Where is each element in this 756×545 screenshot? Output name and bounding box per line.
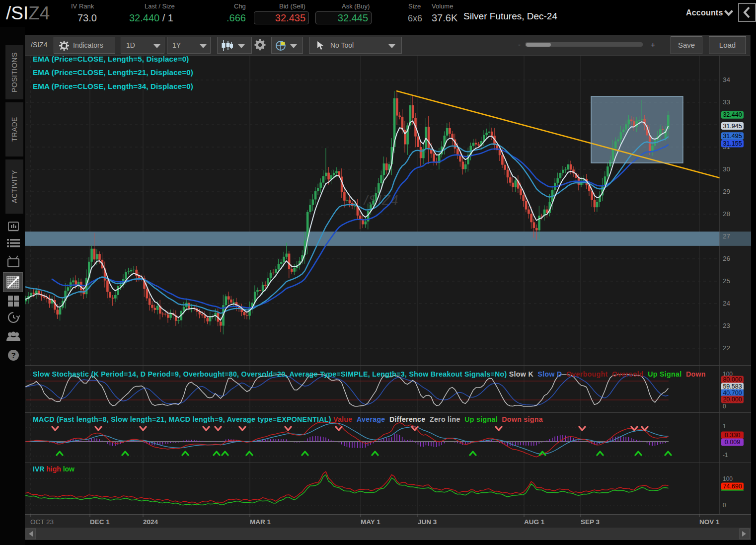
svg-text:80.000: 80.000 xyxy=(723,376,742,383)
svg-text:100: 100 xyxy=(723,475,733,482)
svg-text:MAR 1: MAR 1 xyxy=(250,518,271,526)
svg-text:Slow Stochastic (K Period=14,: Slow Stochastic (K Period=14, D Period=9… xyxy=(33,370,706,378)
svg-text:NOV 1: NOV 1 xyxy=(699,518,720,526)
svg-text:/SIZ4: /SIZ4 xyxy=(363,193,399,208)
svg-text:-1: -1 xyxy=(723,452,728,459)
svg-text:22: 22 xyxy=(723,344,730,352)
svg-text:2024: 2024 xyxy=(143,518,158,526)
svg-text:29: 29 xyxy=(723,188,730,195)
svg-text:40.700: 40.700 xyxy=(723,389,742,396)
svg-text:25: 25 xyxy=(723,277,730,285)
svg-text:0: 0 xyxy=(723,502,726,509)
svg-text:AUG 1: AUG 1 xyxy=(524,518,545,526)
svg-text:34: 34 xyxy=(723,76,731,83)
svg-text:MAY 1: MAY 1 xyxy=(361,518,380,526)
svg-text:0: 0 xyxy=(723,403,726,410)
svg-text:33: 33 xyxy=(723,98,730,106)
svg-text:DEC 1: DEC 1 xyxy=(90,518,110,526)
svg-text:SEP 3: SEP 3 xyxy=(581,518,600,526)
svg-text:24: 24 xyxy=(723,300,731,307)
svg-text:26: 26 xyxy=(723,255,730,262)
svg-text:1: 1 xyxy=(723,423,726,430)
svg-text:0.330: 0.330 xyxy=(725,432,740,439)
svg-text:EMA (Price=CLOSE, Length=21, D: EMA (Price=CLOSE, Length=21, Displace=0) xyxy=(33,68,193,77)
svg-text:EMA (Price=CLOSE, Length=34, D: EMA (Price=CLOSE, Length=34, Displace=0) xyxy=(33,82,193,90)
svg-text:IVR high low: IVR high low xyxy=(33,465,75,473)
svg-text:20.000: 20.000 xyxy=(723,396,742,403)
svg-text:32.440: 32.440 xyxy=(723,111,742,118)
svg-text:31.495: 31.495 xyxy=(723,133,742,140)
svg-text:JUN 3: JUN 3 xyxy=(418,518,437,526)
svg-text:0.009: 0.009 xyxy=(725,439,740,446)
svg-text:EMA (Price=CLOSE, Length=5, Di: EMA (Price=CLOSE, Length=5, Displace=0) xyxy=(33,55,189,63)
svg-text:59.583: 59.583 xyxy=(723,383,742,390)
svg-text:27: 27 xyxy=(723,233,730,240)
svg-text:MACD (Fast length=8, Slow leng: MACD (Fast length=8, Slow length=21, MAC… xyxy=(33,415,543,423)
svg-text:30: 30 xyxy=(723,165,730,173)
svg-text:23: 23 xyxy=(723,322,730,329)
svg-text:74.690: 74.690 xyxy=(723,483,742,490)
svg-text:31.945: 31.945 xyxy=(723,123,742,130)
svg-text:31.155: 31.155 xyxy=(723,140,742,147)
svg-text:28: 28 xyxy=(723,210,730,218)
svg-text:OCT 23: OCT 23 xyxy=(30,518,54,526)
